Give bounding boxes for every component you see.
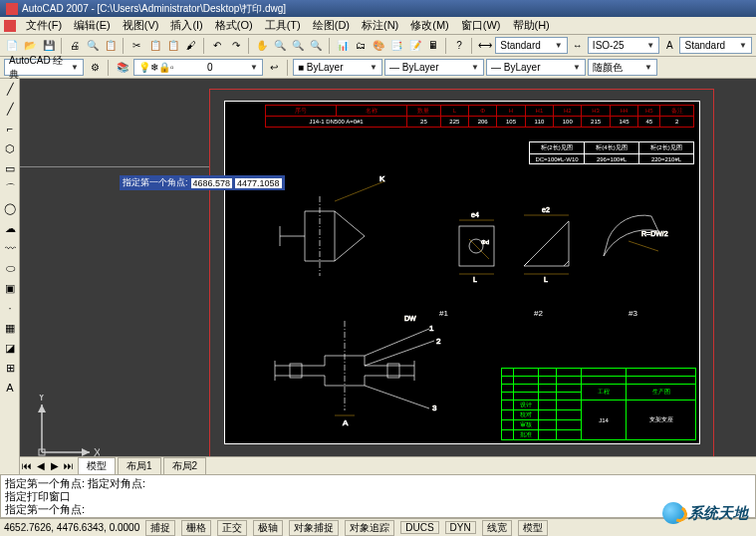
xline-tool[interactable]: ╱ xyxy=(1,100,19,118)
svg-text:2: 2 xyxy=(436,337,441,346)
tab-last-icon[interactable]: ⏭ xyxy=(62,460,76,471)
pline-tool[interactable]: ⌐ xyxy=(1,120,19,137)
tab-model[interactable]: 模型 xyxy=(78,457,116,475)
menu-modify[interactable]: 修改(M) xyxy=(404,16,455,35)
svg-rect-3 xyxy=(459,226,494,266)
text-tool[interactable]: A xyxy=(1,379,19,397)
dim2-icon[interactable]: ↔ xyxy=(570,37,586,55)
save-button[interactable]: 💾 xyxy=(41,37,57,55)
dim-icon[interactable]: ⟷ xyxy=(477,37,493,55)
region-tool[interactable]: ◪ xyxy=(1,339,19,357)
menu-view[interactable]: 视图(V) xyxy=(117,16,165,35)
ws-settings-icon[interactable]: ⚙ xyxy=(86,59,104,77)
textstyle-combo[interactable]: Standard▼ xyxy=(679,37,751,54)
line-tool[interactable]: ╱ xyxy=(1,80,19,98)
linetype-combo[interactable]: — ByLayer▼ xyxy=(384,59,484,76)
plotstyle-combo[interactable]: 随颜色▼ xyxy=(588,59,657,76)
menu-dimension[interactable]: 标注(N) xyxy=(356,16,404,35)
block-tool[interactable]: ▣ xyxy=(1,279,19,297)
tab-next-icon[interactable]: ▶ xyxy=(48,460,62,471)
window-title: AutoCAD 2007 - [C:\Users\Administrator\D… xyxy=(22,2,286,16)
svg-text:A: A xyxy=(343,418,349,427)
grid-toggle[interactable]: 栅格 xyxy=(181,520,211,536)
menu-insert[interactable]: 插入(I) xyxy=(164,16,208,35)
paste-button[interactable]: 📋 xyxy=(165,37,181,55)
workspace-combo[interactable]: AutoCAD 经典▼ xyxy=(4,59,84,76)
tab-prev-icon[interactable]: ◀ xyxy=(34,460,48,471)
zoom-window-button[interactable]: 🔍 xyxy=(290,37,306,55)
layer-manager-button[interactable]: 📚 xyxy=(114,59,131,77)
ducs-toggle[interactable]: DUCS xyxy=(400,521,438,534)
publish-button[interactable]: 📋 xyxy=(103,37,119,55)
lineweight-combo[interactable]: — ByLayer▼ xyxy=(486,59,586,76)
preview-button[interactable]: 🔍 xyxy=(85,37,101,55)
ellipse-tool[interactable]: ⬭ xyxy=(1,259,19,277)
rect-tool[interactable]: ▭ xyxy=(1,159,19,177)
pan-button[interactable]: ✋ xyxy=(254,37,270,55)
status-coords: 4652.7626, 4476.6343, 0.0000 xyxy=(4,522,139,533)
layer-prev-button[interactable]: ↩ xyxy=(265,59,283,77)
drawing-frame: 序号名称数量LΦHH1H2H3H4H5备注 J14-1 DN500 A=0#12… xyxy=(224,101,700,444)
ucs-icon: X Y xyxy=(30,395,100,464)
tab-first-icon[interactable]: ⏮ xyxy=(20,460,34,471)
help-button[interactable]: ? xyxy=(451,37,467,55)
menu-draw[interactable]: 绘图(D) xyxy=(307,16,356,35)
revcloud-tool[interactable]: ☁ xyxy=(1,219,19,237)
dcenter-button[interactable]: 🗂 xyxy=(353,37,369,55)
lwt-toggle[interactable]: 线宽 xyxy=(482,520,512,536)
osnap-toggle[interactable]: 对象捕捉 xyxy=(289,520,339,536)
redo-button[interactable]: ↷ xyxy=(227,37,243,55)
crosshair-line xyxy=(20,166,209,167)
standard-toolbar: 📄 📂 💾 🖨 🔍 📋 ✂ 📋 📋 🖌 ↶ ↷ ✋ 🔍 🔍 🔍 📊 🗂 🎨 📑 … xyxy=(0,35,756,57)
new-button[interactable]: 📄 xyxy=(4,37,20,55)
color-combo[interactable]: ■ ByLayer▼ xyxy=(293,59,382,76)
layer-combo[interactable]: 💡❄🔒▫ 0▼ xyxy=(133,59,263,76)
svg-text:K: K xyxy=(379,174,385,183)
menu-file[interactable]: 文件(F) xyxy=(20,16,68,35)
tool-palette-button[interactable]: 🎨 xyxy=(371,37,386,55)
menu-edit[interactable]: 编辑(E) xyxy=(68,16,117,35)
menu-tools[interactable]: 工具(T) xyxy=(259,16,307,35)
point-tool[interactable]: · xyxy=(1,299,19,317)
polygon-tool[interactable]: ⬡ xyxy=(1,139,19,157)
dimstyle-combo[interactable]: ISO-25▼ xyxy=(588,37,659,54)
table-tool[interactable]: ⊞ xyxy=(1,359,19,377)
properties-button[interactable]: 📊 xyxy=(334,37,350,55)
print-button[interactable]: 🖨 xyxy=(67,37,83,55)
tab-layout2[interactable]: 布局2 xyxy=(163,457,207,475)
watermark-text: 系统天地 xyxy=(688,504,748,523)
markup-button[interactable]: 📝 xyxy=(406,37,422,55)
spline-tool[interactable]: 〰 xyxy=(1,239,19,257)
zoom-prev-button[interactable]: 🔍 xyxy=(308,37,324,55)
snap-toggle[interactable]: 捕捉 xyxy=(145,520,175,536)
arc-tool[interactable]: ⌒ xyxy=(1,179,19,197)
svg-text:3: 3 xyxy=(432,403,437,412)
hatch-tool[interactable]: ▦ xyxy=(1,319,19,337)
undo-button[interactable]: ↶ xyxy=(209,37,225,55)
zoom-button[interactable]: 🔍 xyxy=(272,37,288,55)
style-combo[interactable]: Standard▼ xyxy=(495,37,567,54)
main-area: ╱ ╱ ⌐ ⬡ ▭ ⌒ ◯ ☁ 〰 ⬭ ▣ · ▦ ◪ ⊞ A 序号名称数量LΦ… xyxy=(0,79,756,474)
polar-toggle[interactable]: 极轴 xyxy=(253,520,283,536)
calc-button[interactable]: 🖩 xyxy=(425,37,441,55)
menu-window[interactable]: 窗口(W) xyxy=(455,16,507,35)
match-button[interactable]: 🖌 xyxy=(183,37,199,55)
drawing-viewport[interactable]: 序号名称数量LΦHH1H2H3H4H5备注 J14-1 DN500 A=0#12… xyxy=(20,79,756,474)
open-button[interactable]: 📂 xyxy=(22,37,38,55)
cut-button[interactable]: ✂ xyxy=(128,37,144,55)
menu-format[interactable]: 格式(O) xyxy=(209,16,259,35)
svg-text:L: L xyxy=(544,276,548,283)
tab-layout1[interactable]: 布局1 xyxy=(118,457,161,475)
dyn-toggle[interactable]: DYN xyxy=(445,521,476,534)
copy-button[interactable]: 📋 xyxy=(147,37,163,55)
otrack-toggle[interactable]: 对象追踪 xyxy=(345,520,394,536)
globe-icon xyxy=(662,502,684,524)
text-icon[interactable]: A xyxy=(661,37,677,55)
sheet-button[interactable]: 📑 xyxy=(388,37,404,55)
layers-toolbar: AutoCAD 经典▼ ⚙ 📚 💡❄🔒▫ 0▼ ↩ ■ ByLayer▼ — B… xyxy=(0,57,756,79)
ortho-toggle[interactable]: 正交 xyxy=(217,520,247,536)
command-line[interactable]: 指定第一个角点: 指定对角点: 指定打印窗口 指定第一个角点: xyxy=(0,474,756,518)
model-toggle[interactable]: 模型 xyxy=(518,520,548,536)
circle-tool[interactable]: ◯ xyxy=(1,199,19,217)
menu-help[interactable]: 帮助(H) xyxy=(507,16,556,35)
